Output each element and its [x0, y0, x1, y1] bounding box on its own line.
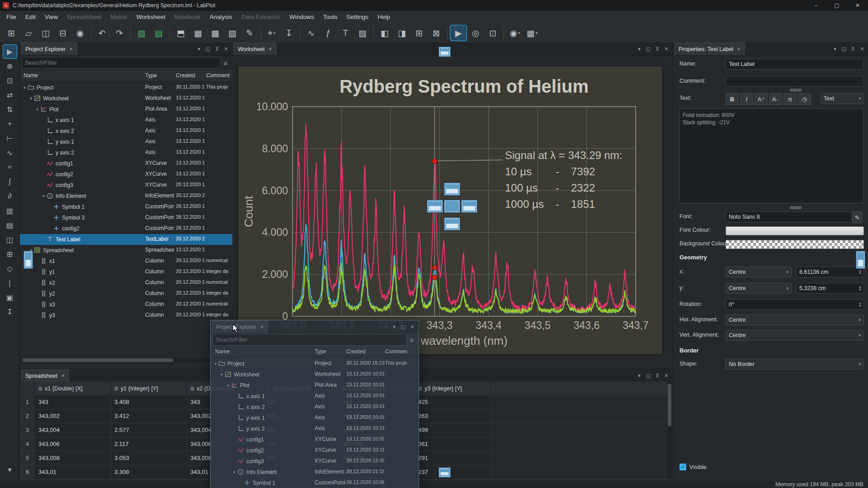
- add-curve-button[interactable]: ∿: [303, 25, 319, 41]
- export-tool-button[interactable]: ↧: [3, 305, 17, 319]
- box-plot-tool-button[interactable]: ◫: [3, 233, 17, 246]
- row-number[interactable]: 5: [20, 451, 35, 465]
- insert-symbol-button[interactable]: π: [783, 93, 797, 105]
- tree-row-x-axis-1[interactable]: x axis 1Axis13.12.2020 10:01: [20, 115, 232, 126]
- tree-row-plot[interactable]: ▾PlotPlot Area13.12.2020 10:01: [20, 104, 232, 115]
- dock-float-icon[interactable]: ◱: [203, 44, 212, 53]
- histogram-tool-button[interactable]: ▥: [3, 204, 17, 217]
- table-cell[interactable]: 343,01: [35, 465, 111, 479]
- zoom-x-tool-button[interactable]: ⇄: [3, 88, 17, 102]
- vertical-layout-button[interactable]: ◧: [377, 25, 393, 41]
- explorer-column-header[interactable]: Name Type Created Comment: [20, 70, 232, 82]
- column-header-y3[interactable]: ≣y3 {Integer} [Y]: [415, 382, 491, 395]
- new-datapicker-button[interactable]: ⌖▾: [264, 25, 280, 41]
- add-plot-tool-button[interactable]: ⊞: [3, 247, 17, 261]
- row-number[interactable]: 1: [20, 395, 35, 409]
- horizontal-scrollbar[interactable]: [22, 358, 231, 362]
- menu-notebook[interactable]: Notebook: [170, 11, 205, 23]
- column-header-y1[interactable]: ≣y1 {Integer} [Y]: [111, 382, 187, 395]
- drop-indicator-left-edge[interactable]: [24, 251, 33, 269]
- drop-indicator-center-top[interactable]: [444, 183, 460, 196]
- image-tool-button[interactable]: ▣: [3, 291, 17, 304]
- menu-help[interactable]: Help: [373, 11, 395, 23]
- x-offset-spinbox[interactable]: 8,61136 cm▲▼: [796, 267, 864, 277]
- dock-close-icon[interactable]: ✕: [858, 44, 867, 53]
- tree-row-text-label[interactable]: Text LabelTextLabel20.12.2020 21:13: [20, 234, 232, 245]
- menu-settings[interactable]: Settings: [342, 11, 373, 23]
- tree-row-y-axis-1[interactable]: y axis 1Axis13.12.2020 10:01: [20, 136, 232, 147]
- crosshair-tool-button[interactable]: ⊕: [3, 59, 17, 73]
- splitter-handle[interactable]: [790, 89, 802, 92]
- text-content-editor[interactable]: Field ionisation: 900V Stark splitting: …: [679, 108, 864, 203]
- column-header-comment[interactable]: Comment: [206, 72, 230, 79]
- horizontal-alignment-combo[interactable]: Centre▾: [726, 314, 864, 325]
- custom-point-tool-button[interactable]: ◇: [3, 262, 17, 275]
- add-axis-tool-button[interactable]: ⊢: [3, 131, 17, 145]
- print-button[interactable]: ⊟: [55, 25, 71, 41]
- expander-icon[interactable]: ▾: [22, 85, 28, 90]
- search-input[interactable]: [22, 57, 221, 69]
- dock-menu-icon[interactable]: ▾: [830, 44, 840, 53]
- reference-line-tool-button[interactable]: ∣: [3, 276, 17, 290]
- drop-indicator-right-edge[interactable]: [856, 251, 865, 269]
- table-cell[interactable]: 425: [415, 395, 491, 409]
- toggle-project-explorer-button[interactable]: ▥: [133, 25, 150, 41]
- add-text-label-button[interactable]: T: [337, 25, 354, 41]
- tree-row-config2[interactable]: config2XYCurve13.12.2020 10:11: [20, 169, 232, 180]
- table-cell[interactable]: 343,002: [35, 409, 111, 423]
- filter-options-icon[interactable]: ≡: [221, 59, 231, 67]
- tree-row-symbol-1[interactable]: Symbol 1CustomPoint28.12.2020 10:06: [20, 202, 232, 212]
- table-cell[interactable]: 2.117: [111, 437, 187, 451]
- close-button[interactable]: ✕: [847, 0, 868, 11]
- add-image-button[interactable]: ▨: [354, 25, 371, 41]
- menu-edit[interactable]: Edit: [21, 11, 40, 23]
- grid-layout-button[interactable]: ⊞: [411, 25, 427, 41]
- dock-menu-icon[interactable]: ▾: [635, 371, 644, 380]
- dock-pin-icon[interactable]: ⊼: [653, 371, 662, 380]
- dock-pin-icon[interactable]: ⊼: [653, 44, 662, 53]
- open-project-button[interactable]: ▱: [20, 25, 37, 41]
- row-number[interactable]: 2: [20, 409, 35, 423]
- integral-tool-button[interactable]: ∫: [3, 175, 17, 188]
- font-picker-icon[interactable]: ✎: [852, 211, 863, 223]
- text-mode-combo[interactable]: Text▾: [821, 93, 864, 104]
- background-colour-swatch[interactable]: [726, 240, 864, 249]
- rotation-spinbox[interactable]: 0°▲▼: [726, 299, 864, 310]
- close-icon[interactable]: ✕: [69, 47, 73, 52]
- x-position-combo[interactable]: Centre▾: [726, 267, 792, 277]
- tree-row-x-axis-2[interactable]: x axis 2Axis13.12.2020 10:01: [20, 126, 232, 136]
- table-cell[interactable]: 343,006: [35, 437, 111, 451]
- new-matrix-button[interactable]: ▩: [207, 25, 223, 41]
- vertical-alignment-combo[interactable]: Centre▾: [726, 330, 864, 341]
- dock-close-icon[interactable]: ✕: [662, 44, 671, 53]
- break-layout-button[interactable]: ⊠: [428, 25, 444, 41]
- pan-tool-button[interactable]: +: [3, 117, 17, 131]
- expander-icon[interactable]: ▾: [231, 470, 237, 474]
- select-tool-button[interactable]: ▶: [3, 45, 17, 58]
- tab-properties-text-label[interactable]: Properties: Text Label ✕: [674, 42, 745, 55]
- font-field[interactable]: [726, 211, 852, 222]
- drag-preview-project-explorer[interactable]: Project Explorer ✕ ▾◱✕ ≡ Name Type Creat…: [210, 320, 419, 488]
- expander-icon[interactable]: ▾: [219, 372, 225, 377]
- crosshair-mode-button[interactable]: ◎: [467, 25, 484, 41]
- drop-indicator-center-bottom[interactable]: [444, 217, 460, 230]
- menu-analysis[interactable]: Analysis: [205, 11, 236, 23]
- table-cell[interactable]: 343,004: [35, 423, 111, 437]
- drop-indicator-center-left[interactable]: [427, 200, 443, 213]
- drop-indicator-bottom[interactable]: [439, 467, 451, 478]
- tree-row-spreadsheet[interactable]: ▾SpreadsheetSpreadsheet13.12.2020 10:08: [20, 245, 232, 256]
- scrollbar-thumb[interactable]: [23, 358, 173, 362]
- zoom-select-mode-button[interactable]: ⊡: [485, 25, 501, 41]
- dock-float-icon[interactable]: ◱: [644, 371, 653, 380]
- new-notebook-button[interactable]: ✎: [241, 25, 258, 41]
- bold-button[interactable]: B: [726, 93, 739, 105]
- column-header-created[interactable]: Created: [176, 72, 195, 79]
- tree-row-worksheet[interactable]: ▾WorksheetWorksheet13.12.2020 10:01: [20, 93, 232, 104]
- maximize-button[interactable]: ▢: [826, 0, 847, 11]
- menu-worksheet[interactable]: Worksheet: [132, 11, 170, 23]
- scrollbar-thumb[interactable]: [668, 384, 671, 427]
- superscript-button[interactable]: A⁺: [755, 93, 768, 105]
- import-data-button[interactable]: ↧: [281, 25, 297, 41]
- toggle-properties-explorer-button[interactable]: ▤: [151, 25, 167, 41]
- tree-row-info-element[interactable]: ▾Info ElementInfoElement20.12.2020 21:15: [20, 191, 232, 202]
